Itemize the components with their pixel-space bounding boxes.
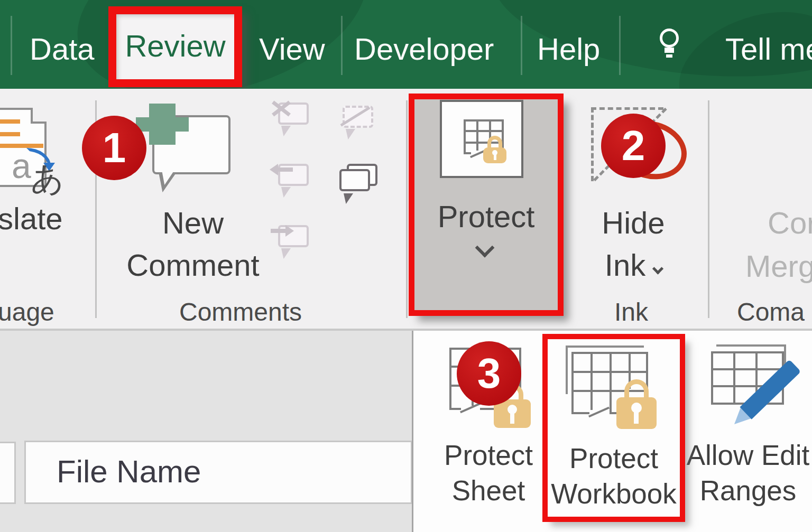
file-name-cell-text: File Name — [57, 442, 201, 501]
new-comment-button[interactable]: New Comment — [114, 202, 272, 286]
tab-help[interactable]: Help — [537, 31, 600, 68]
protect-dropdown-menu: Protect Sheet 3 — [412, 331, 812, 532]
allow-edit-ranges-label-line2: Ranges — [685, 473, 811, 508]
protect-workbook-highlight-frame: Protect Workbook — [542, 334, 685, 522]
chevron-down-icon — [652, 263, 663, 274]
new-comment-label-line2: Comment — [114, 244, 272, 286]
tab-separator — [11, 16, 12, 75]
step-1-badge: 1 — [82, 116, 146, 180]
show-comments-icon[interactable] — [336, 164, 381, 203]
group-separator — [406, 100, 408, 318]
compare-button-label-fragment: Cor — [768, 202, 812, 244]
right-group-label-fragment: Coma — [737, 298, 805, 326]
step-3-badge: 3 — [457, 341, 521, 406]
protect-button-highlight-frame: Protect — [409, 94, 564, 316]
worksheet-cell-file-name[interactable]: File Name — [24, 441, 412, 504]
tab-separator — [521, 16, 522, 75]
ribbon-content: a あ slate uage New Comment — [0, 89, 812, 329]
next-comment-icon[interactable] — [272, 223, 316, 262]
delete-comment-icon[interactable] — [272, 100, 316, 139]
tab-view[interactable]: View — [259, 31, 325, 68]
allow-edit-ranges-label-line1: Allow Edit — [685, 437, 811, 473]
translate-button-label-fragment[interactable]: slate — [0, 198, 63, 240]
group-separator — [708, 100, 709, 318]
worksheet-cell[interactable] — [0, 442, 16, 504]
excel-ribbon-screenshot: Data View Developer Help Tell me Review … — [0, 0, 812, 532]
new-comment-bubble-plus-icon[interactable] — [152, 115, 230, 174]
protect-workbook-label-line1: Protect — [534, 441, 693, 476]
chevron-down-icon — [475, 238, 495, 258]
tab-developer[interactable]: Developer — [354, 31, 494, 68]
tab-review-highlight-frame: Review — [108, 6, 242, 87]
comments-group-label: Comments — [174, 298, 307, 326]
edit-comment-icon[interactable] — [336, 104, 381, 143]
hide-ink-label-line1: Hide — [593, 202, 673, 244]
translate-kana-char: あ — [31, 156, 64, 201]
merge-button-label-fragment: Merg — [745, 245, 812, 287]
protect-button-label[interactable]: Protect — [414, 195, 558, 238]
step-2-badge: 2 — [601, 114, 666, 178]
language-group-label-fragment: uage — [0, 298, 54, 326]
tab-separator — [341, 16, 343, 75]
page-fold-corner — [31, 108, 47, 124]
ink-group-label: Ink — [596, 298, 666, 326]
previous-comment-icon[interactable] — [272, 162, 316, 201]
hide-ink-label-line2: Ink — [593, 244, 673, 286]
tab-separator — [619, 16, 621, 75]
tab-review[interactable]: Review — [116, 14, 234, 78]
translate-latin-char: a — [12, 146, 31, 186]
new-comment-label-line1: New — [114, 202, 272, 244]
tab-tell-me[interactable]: Tell me — [725, 31, 812, 68]
protect-workbook-label-line2: Workbook — [534, 476, 693, 511]
tab-data[interactable]: Data — [30, 31, 95, 68]
lightbulb-icon — [658, 29, 683, 62]
hide-ink-button[interactable]: Hide Ink — [593, 202, 673, 286]
protect-button-icon-box[interactable] — [440, 100, 523, 178]
ribbon-tab-bar: Data View Developer Help Tell me Review — [0, 0, 812, 89]
